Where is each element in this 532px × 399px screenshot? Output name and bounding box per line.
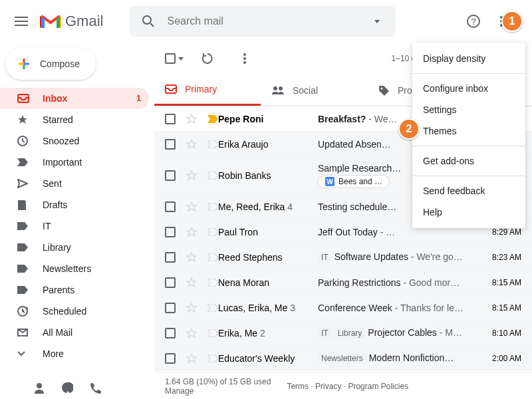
email-row[interactable]: Lucas, Erika, Me 3Conference Week - Than… bbox=[154, 295, 532, 321]
star-icon[interactable] bbox=[186, 114, 197, 124]
important-marker-icon[interactable] bbox=[207, 304, 218, 312]
plus-icon bbox=[16, 56, 32, 72]
important-marker-icon[interactable] bbox=[207, 253, 218, 261]
email-row[interactable]: Educator's WeeklyNewslettersModern Nonfi… bbox=[154, 346, 532, 371]
star-icon[interactable] bbox=[186, 170, 197, 181]
footer: 1.64 GB (10%) of 15 GB used Manage Terms… bbox=[154, 372, 532, 399]
email-row[interactable]: Reed StephensITSoftware Updates - We're … bbox=[154, 245, 532, 270]
menu-display-density[interactable]: Display density bbox=[412, 48, 525, 69]
sidebar-item-sent[interactable]: Sent bbox=[0, 173, 149, 194]
sidebar-item-all-mail[interactable]: All Mail bbox=[0, 322, 149, 343]
star-icon[interactable] bbox=[186, 139, 197, 150]
svg-text:?: ? bbox=[471, 17, 475, 27]
menu-divider bbox=[412, 73, 525, 74]
menu-settings[interactable]: Settings bbox=[412, 99, 525, 120]
person-icon[interactable] bbox=[33, 382, 45, 394]
row-checkbox[interactable] bbox=[165, 170, 176, 181]
important-marker-icon[interactable] bbox=[207, 329, 218, 337]
nav-icon bbox=[17, 286, 31, 294]
email-row[interactable]: Erika, Me 2ITLibraryProjector Cables - M… bbox=[154, 321, 532, 346]
sidebar-footer bbox=[33, 382, 101, 394]
more-button[interactable] bbox=[231, 45, 258, 72]
email-subject: Parking Restrictions - Good mor… bbox=[318, 277, 481, 288]
row-checkbox[interactable] bbox=[165, 353, 176, 364]
sidebar-item-newsletters[interactable]: Newsletters bbox=[0, 258, 149, 279]
star-icon[interactable] bbox=[186, 252, 197, 263]
sidebar-item-scheduled[interactable]: Scheduled bbox=[0, 301, 149, 322]
policy-links[interactable]: Terms · Privacy · Program Policies bbox=[287, 382, 408, 391]
phone-icon[interactable] bbox=[89, 382, 101, 394]
email-time: 8:23 AM bbox=[481, 253, 521, 262]
nav-icon bbox=[17, 222, 31, 230]
sidebar-item-snoozed[interactable]: Snoozed bbox=[0, 130, 149, 152]
row-checkbox[interactable] bbox=[165, 139, 176, 150]
search-input[interactable] bbox=[162, 15, 364, 27]
important-marker-icon[interactable] bbox=[207, 140, 218, 148]
email-time: 8:10 AM bbox=[481, 329, 521, 338]
hangouts-icon[interactable] bbox=[61, 382, 73, 394]
svg-point-0 bbox=[143, 16, 151, 24]
nav-icon bbox=[17, 179, 31, 188]
svg-text:W: W bbox=[327, 178, 333, 186]
caret-down-icon bbox=[374, 20, 380, 23]
tag-icon bbox=[378, 84, 390, 96]
svg-point-20 bbox=[273, 86, 277, 90]
svg-point-25 bbox=[37, 383, 42, 388]
word-doc-icon: W bbox=[325, 177, 334, 186]
hamburger-icon bbox=[15, 17, 28, 26]
star-icon[interactable] bbox=[186, 328, 197, 338]
sidebar-item-important[interactable]: Important bbox=[0, 152, 149, 173]
row-checkbox[interactable] bbox=[165, 114, 176, 124]
row-checkbox[interactable] bbox=[165, 201, 176, 212]
important-marker-icon[interactable] bbox=[207, 172, 218, 180]
sidebar: Compose Inbox1StarredSnoozedImportantSen… bbox=[0, 43, 154, 399]
menu-themes[interactable]: Themes bbox=[412, 120, 525, 142]
refresh-button[interactable] bbox=[194, 45, 221, 72]
callout-one: 1 bbox=[501, 11, 523, 32]
row-checkbox[interactable] bbox=[165, 303, 176, 313]
row-checkbox[interactable] bbox=[165, 328, 176, 338]
search-bar[interactable] bbox=[130, 6, 396, 37]
sidebar-item-starred[interactable]: Starred bbox=[0, 109, 149, 130]
sidebar-item-library[interactable]: Library bbox=[0, 237, 149, 258]
email-subject: ITLibraryProjector Cables - M… bbox=[318, 327, 481, 338]
manage-link[interactable]: Manage bbox=[165, 386, 271, 396]
header: Gmail ? bbox=[0, 0, 532, 43]
star-icon[interactable] bbox=[186, 201, 197, 212]
sidebar-item-inbox[interactable]: Inbox1 bbox=[0, 88, 149, 109]
email-time: 8:29 AM bbox=[481, 227, 521, 237]
sidebar-item-it[interactable]: IT bbox=[0, 215, 149, 237]
important-marker-icon[interactable] bbox=[207, 115, 218, 123]
select-all[interactable] bbox=[165, 53, 184, 64]
sidebar-item-drafts[interactable]: Drafts bbox=[0, 194, 149, 215]
star-icon[interactable] bbox=[186, 277, 197, 288]
row-checkbox[interactable] bbox=[165, 252, 176, 263]
star-icon[interactable] bbox=[186, 303, 197, 313]
important-marker-icon[interactable] bbox=[207, 228, 218, 236]
compose-button[interactable]: Compose bbox=[5, 48, 96, 80]
gmail-logo[interactable]: Gmail bbox=[40, 13, 103, 30]
search-button[interactable] bbox=[135, 8, 162, 35]
sidebar-item-parents[interactable]: Parents bbox=[0, 279, 149, 301]
important-marker-icon[interactable] bbox=[207, 203, 218, 211]
main-menu-button[interactable] bbox=[5, 5, 37, 37]
important-marker-icon[interactable] bbox=[207, 279, 218, 287]
attachment-chip[interactable]: WBees and … bbox=[318, 175, 390, 188]
support-button[interactable]: ? bbox=[460, 8, 487, 35]
sidebar-item-more[interactable]: More bbox=[0, 343, 149, 364]
email-row[interactable]: Nena MoranParking Restrictions - Good mo… bbox=[154, 270, 532, 295]
row-checkbox[interactable] bbox=[165, 227, 176, 237]
search-options-button[interactable] bbox=[364, 8, 390, 35]
important-marker-icon[interactable] bbox=[207, 354, 218, 362]
label-chip: Library bbox=[334, 328, 366, 338]
tab-primary[interactable]: Primary bbox=[154, 74, 261, 106]
star-icon[interactable] bbox=[186, 227, 197, 237]
row-checkbox[interactable] bbox=[165, 277, 176, 288]
star-icon[interactable] bbox=[186, 353, 197, 364]
menu-configure-inbox[interactable]: Configure inbox bbox=[412, 78, 525, 99]
menu-help[interactable]: Help bbox=[412, 201, 525, 223]
menu-send-feedback[interactable]: Send feedback bbox=[412, 180, 525, 201]
tab-social[interactable]: Social bbox=[261, 74, 367, 106]
nav-icon bbox=[17, 94, 31, 103]
menu-get-addons[interactable]: Get add-ons bbox=[412, 150, 525, 172]
